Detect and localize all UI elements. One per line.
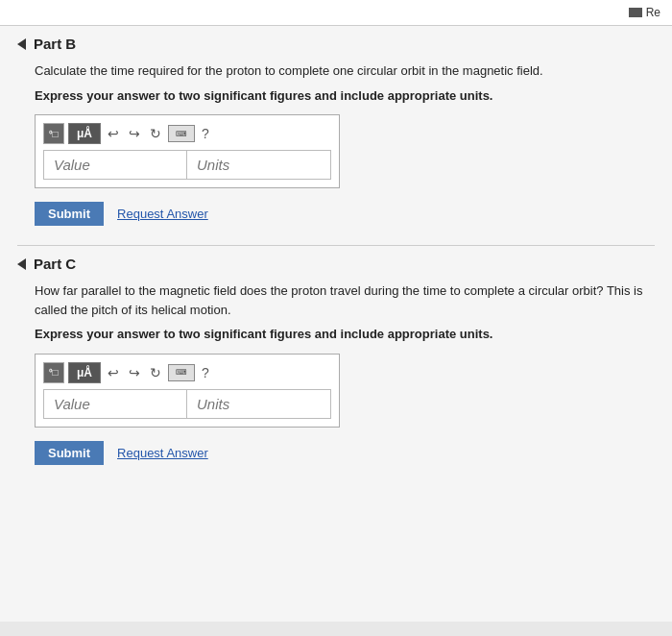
part-b-units-input[interactable] <box>187 150 331 180</box>
part-b-answer-box: ⁰ □ μÅ ↩ ↪ ↻ ⌨ ? <box>35 114 340 188</box>
keyboard-icon-c[interactable]: ⌨ <box>168 364 195 381</box>
signal-icon <box>629 8 642 17</box>
collapse-arrow-c-icon[interactable] <box>17 258 26 270</box>
part-b-request-answer-link[interactable]: Request Answer <box>117 207 208 221</box>
part-b-value-input[interactable] <box>43 150 187 180</box>
top-bar-label: Re <box>646 6 660 19</box>
part-c-answer-box: ⁰ □ μÅ ↩ ↪ ↻ ⌨ ? <box>35 354 340 428</box>
main-content: Part B Calculate the time required for t… <box>0 26 672 622</box>
part-c-section: Part C How far parallel to the magnetic … <box>17 256 655 465</box>
part-c-toolbar: ⁰ □ μÅ ↩ ↪ ↻ ⌨ ? <box>43 362 331 383</box>
part-c-submit-button[interactable]: Submit <box>35 441 104 465</box>
help-icon-c[interactable]: ? <box>199 363 212 382</box>
collapse-arrow-b-icon[interactable] <box>17 38 26 50</box>
part-c-input-row <box>43 389 331 419</box>
part-b-input-row <box>43 150 331 180</box>
undo-icon-c[interactable]: ↩ <box>105 363 122 382</box>
part-c-header: Part C <box>17 256 655 272</box>
part-c-question: How far parallel to the magnetic field d… <box>35 281 655 319</box>
undo-icon[interactable]: ↩ <box>105 124 122 143</box>
part-b-header: Part B <box>17 36 655 52</box>
redo-icon[interactable]: ↪ <box>126 124 143 143</box>
part-c-body: How far parallel to the magnetic field d… <box>17 281 655 465</box>
part-c-instruction: Express your answer to two significant f… <box>35 325 655 344</box>
refresh-icon-c[interactable]: ↻ <box>147 363 164 382</box>
section-divider <box>17 245 655 246</box>
part-b-question: Calculate the time required for the prot… <box>35 61 655 81</box>
part-b-action-row: Submit Request Answer <box>35 202 655 226</box>
fraction-icon-c[interactable]: ⁰ □ <box>43 362 64 383</box>
fraction-btn-pair[interactable]: ⁰ □ <box>43 123 64 144</box>
fraction-btn-pair-c[interactable]: ⁰ □ <box>43 362 64 383</box>
part-b-instruction: Express your answer to two significant f… <box>35 86 655 106</box>
part-b-title: Part B <box>34 36 76 52</box>
redo-icon-c[interactable]: ↪ <box>126 363 143 382</box>
part-c-request-answer-link[interactable]: Request Answer <box>117 446 208 460</box>
help-icon[interactable]: ? <box>199 124 212 143</box>
part-b-section: Part B Calculate the time required for t… <box>17 36 655 226</box>
mu-button[interactable]: μÅ <box>68 123 101 144</box>
fraction-icon[interactable]: ⁰ □ <box>43 123 64 144</box>
part-b-toolbar: ⁰ □ μÅ ↩ ↪ ↻ ⌨ ? <box>43 123 331 144</box>
part-c-action-row: Submit Request Answer <box>35 441 655 465</box>
part-c-value-input[interactable] <box>43 389 187 419</box>
part-b-submit-button[interactable]: Submit <box>35 202 104 226</box>
mu-button-c[interactable]: μÅ <box>68 362 101 383</box>
part-c-units-input[interactable] <box>187 389 331 419</box>
refresh-icon[interactable]: ↻ <box>147 124 164 143</box>
top-bar: Re <box>0 0 672 26</box>
part-b-body: Calculate the time required for the prot… <box>17 61 655 226</box>
keyboard-icon[interactable]: ⌨ <box>168 125 195 142</box>
part-c-title: Part C <box>34 256 76 272</box>
